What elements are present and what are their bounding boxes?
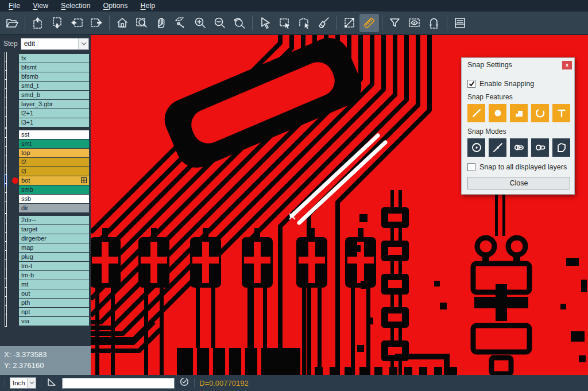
snap-magnet-button[interactable]: [424, 14, 444, 32]
zoom-in-button[interactable]: [191, 14, 210, 32]
clear-brush-button[interactable]: [314, 14, 334, 32]
menu-selection[interactable]: Selection: [55, 0, 96, 11]
layer-label[interactable]: plug: [19, 253, 89, 261]
layer-label[interactable]: bfsmt: [19, 63, 89, 72]
zoom-dynamic-button[interactable]: [171, 14, 191, 32]
layer-label[interactable]: npt: [19, 308, 89, 316]
snap-midpoint-button[interactable]: [489, 138, 506, 157]
active-layer-dot: [12, 177, 18, 184]
select-polygon-button[interactable]: [295, 14, 314, 32]
select-rectangle-button[interactable]: [275, 14, 295, 32]
ruler-measure-button[interactable]: [359, 14, 379, 32]
layer-label[interactable]: l2+1: [19, 109, 89, 118]
step-label: Step: [3, 40, 18, 48]
layer-label[interactable]: smd_t: [19, 82, 89, 90]
distance-readout: D=0.00770192: [199, 379, 249, 388]
layer-label[interactable]: dir: [19, 204, 89, 212]
snap-pad-button[interactable]: [489, 104, 506, 122]
toolbar-separator: [447, 16, 447, 30]
layer-label[interactable]: tm-b: [19, 271, 89, 280]
layer-visibility-checkbox[interactable]: [5, 202, 6, 213]
layer-row: tm-t: [0, 261, 91, 270]
layer-label[interactable]: l3+1: [19, 118, 89, 127]
layer-label[interactable]: l2: [19, 158, 89, 167]
layer-form-button[interactable]: [450, 14, 470, 32]
layer-visibility-checkbox[interactable]: [5, 117, 6, 127]
snap-slot-button[interactable]: [531, 138, 549, 157]
pan-right-button[interactable]: [87, 14, 106, 32]
angle-corner-icon[interactable]: [46, 376, 57, 390]
units-select[interactable]: Inch: [10, 377, 36, 389]
snap-contour-button[interactable]: [552, 138, 570, 157]
measure-line-button[interactable]: [340, 14, 359, 32]
layer-label[interactable]: mt: [19, 280, 89, 289]
layer-label[interactable]: smb: [19, 185, 89, 194]
pan-left-button[interactable]: [67, 14, 87, 32]
select-cursor-button[interactable]: [256, 14, 275, 32]
toolbar-separator: [252, 16, 253, 30]
pan-up-button[interactable]: [28, 14, 48, 32]
snap-surface-button[interactable]: [510, 104, 528, 122]
command-input[interactable]: [62, 378, 175, 389]
zoom-previous-button[interactable]: [230, 14, 249, 32]
close-icon[interactable]: x: [562, 61, 572, 69]
layer-row: plug: [0, 252, 91, 261]
layer-row: smd_t: [0, 81, 91, 90]
snap-all-layers-checkbox[interactable]: [467, 163, 475, 171]
layer-label[interactable]: ssb: [19, 195, 89, 203]
layer-visibility-checkbox[interactable]: [5, 315, 6, 326]
step-select[interactable]: edit: [21, 38, 89, 50]
zoom-dynamic-icon: [174, 16, 188, 30]
filter-button[interactable]: [385, 14, 405, 32]
layer-label[interactable]: smd_b: [19, 91, 89, 99]
layer-label[interactable]: pth: [19, 299, 89, 307]
menu-options[interactable]: Options: [96, 0, 134, 11]
layer-label[interactable]: l3: [19, 167, 89, 176]
snap-text-button[interactable]: [552, 104, 570, 122]
menu-view[interactable]: View: [26, 0, 55, 11]
layer-row: 2dir--: [0, 215, 91, 224]
layer-label[interactable]: tm-t: [19, 262, 89, 270]
layer-label[interactable]: out: [19, 289, 89, 298]
pcb-canvas-viewport[interactable]: Snap Settings x Enable Snapping Snap Fea…: [91, 35, 588, 375]
menu-file[interactable]: File: [2, 0, 26, 11]
layer-label[interactable]: fx: [19, 54, 89, 63]
layer-label[interactable]: 2dir--: [19, 216, 89, 224]
pad-icon: [492, 107, 504, 119]
snap-arc-button[interactable]: [531, 104, 549, 122]
layer-label[interactable]: via: [19, 317, 89, 326]
chevron-down-icon[interactable]: [78, 38, 88, 49]
layer-label[interactable]: sst: [19, 130, 89, 139]
dialog-title-bar[interactable]: Snap Settings x: [462, 58, 574, 72]
snap-line-button[interactable]: [467, 104, 485, 122]
zoom-out-button[interactable]: [210, 14, 230, 32]
cursor-arrow-icon: [258, 16, 272, 30]
menu-help[interactable]: Help: [134, 0, 162, 11]
layer-label[interactable]: dirgerber: [19, 234, 89, 243]
layer-label[interactable]: target: [19, 225, 89, 234]
layer-label[interactable]: top: [19, 149, 89, 157]
view-options-button[interactable]: [405, 14, 424, 32]
pan-down-button[interactable]: [48, 14, 67, 32]
open-button[interactable]: [2, 14, 22, 32]
snap-center-button[interactable]: [467, 138, 485, 157]
grid-icon[interactable]: [81, 177, 87, 183]
step-row: Step edit: [0, 35, 91, 52]
enable-snapping-checkbox[interactable]: [467, 80, 475, 88]
layer-label[interactable]: map: [19, 243, 89, 252]
hand-icon: [154, 16, 168, 30]
chevron-down-icon[interactable]: [27, 378, 36, 388]
dialog-close-button[interactable]: Close: [467, 177, 570, 189]
snap-slot-filled-button[interactable]: [510, 138, 528, 157]
sync-check-icon[interactable]: [179, 377, 189, 389]
snap-modes-heading: Snap Modes: [467, 127, 570, 136]
layer-label[interactable]: layer_3.gbr: [19, 100, 89, 109]
layer-label[interactable]: bfsmb: [19, 72, 89, 81]
layer-row: dirgerber: [0, 234, 91, 243]
pan-hand-button[interactable]: [152, 14, 171, 32]
zoom-window-button[interactable]: [132, 14, 152, 32]
layer-group-extras: fx bfsmt: [0, 53, 91, 127]
home-view-button[interactable]: [113, 14, 132, 32]
layer-label[interactable]: smt: [19, 140, 89, 148]
layer-label[interactable]: bot: [19, 176, 89, 185]
